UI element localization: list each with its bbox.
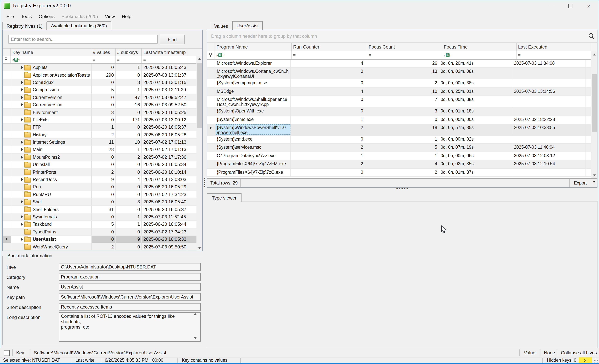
grid-scroll-thumb[interactable] — [592, 74, 597, 132]
grid-header-last-executed[interactable]: Last Executed — [517, 43, 591, 51]
grid-row[interactable]: Microsoft.Windows.ShellExperienceHost_cw… — [207, 96, 592, 107]
tree-row[interactable]: CurrentVersion0162025-07-03 09:52:50 — [3, 101, 196, 109]
menu-options[interactable]: Options — [35, 14, 58, 19]
program-name-cell[interactable]: {System}\WindowsPowerShell\v1.0\powershe… — [215, 124, 291, 135]
tree-row[interactable]: Uninstall002025-06-20 16:05:34 — [3, 161, 196, 169]
category-field[interactable]: Program execution — [59, 273, 201, 281]
tree-row[interactable]: Compression512025-07-03 12:11:29 — [3, 86, 196, 94]
tree-filter-lastwrite[interactable]: = — [142, 56, 188, 63]
collapse-all-hives-button[interactable]: Collapse all hives — [561, 350, 597, 355]
key-name-cell[interactable]: Environment — [11, 109, 91, 116]
find-button[interactable]: Find — [160, 35, 185, 44]
expand-arrow-icon[interactable] — [21, 238, 23, 241]
key-name-cell[interactable]: History — [11, 131, 91, 138]
tree-header-values[interactable]: # values — [91, 49, 115, 56]
key-name-cell[interactable]: MountPoints2 — [11, 153, 91, 161]
grid-row[interactable]: MSEdge4100d, 0h, 25m, 01s2025-07-03 13:1… — [207, 88, 592, 96]
expand-arrow-icon[interactable] — [21, 178, 23, 181]
key-name-cell[interactable]: Run — [11, 184, 91, 191]
key-name-cell[interactable]: Shell — [11, 198, 91, 205]
long-description-field[interactable]: Contains a list of ROT-13 encoded values… — [59, 312, 201, 342]
grid-row[interactable]: C:\ProgramData\sync\7zz.exe110d, 0h, 00m… — [207, 152, 592, 160]
key-path-field[interactable]: Software\Microsoft\Windows\CurrentVersio… — [59, 293, 201, 301]
grid-scroll-up-icon[interactable] — [591, 51, 597, 57]
grid-row[interactable]: {ProgramFilesX64}\7-Zip\7zFM.exe240d, 0h… — [207, 160, 592, 169]
tab-available-bookmarks[interactable]: Available bookmarks (26/0) — [47, 21, 111, 30]
export-button[interactable]: Export — [574, 181, 587, 185]
key-name-cell[interactable]: FTP — [11, 124, 91, 131]
expand-arrow-icon[interactable] — [21, 81, 23, 84]
help-button[interactable]: ? — [593, 181, 595, 185]
tree-row[interactable]: Shell Folders3102025-06-20 16:05:37 — [3, 206, 196, 213]
tab-values[interactable]: Values — [210, 22, 232, 30]
grid-filter-focus-count[interactable]: = — [367, 51, 442, 59]
program-name-cell[interactable]: {ProgramFilesX64}\7-Zip\7zG.exe — [215, 169, 291, 177]
program-name-cell[interactable]: {System}\cmd.exe — [215, 136, 291, 143]
key-name-cell[interactable]: ApplicationAssociationToasts — [11, 71, 91, 79]
tab-registry-hives[interactable]: Registry hives (1) — [2, 22, 47, 30]
grid-row[interactable]: {System}\cmd.exe010d, 0h, 00m, 02s — [207, 136, 592, 144]
expand-arrow-icon[interactable] — [21, 156, 23, 159]
grid-row[interactable]: {System}\mmc.exe100d, 0h, 00m, 00s2025-0… — [207, 116, 592, 124]
grid-filter-focus-time[interactable]: aBc — [442, 51, 517, 59]
key-checkbox[interactable] — [4, 350, 10, 356]
program-name-cell[interactable]: MSEdge — [215, 88, 291, 96]
grid-header-focus-time[interactable]: Focus Time — [442, 43, 517, 51]
key-name-cell[interactable]: Uninstall — [11, 161, 91, 168]
tree-row[interactable]: History202025-06-20 16:05:28 — [3, 131, 196, 139]
tree-scrollbar[interactable] — [196, 56, 202, 251]
tree-row[interactable]: ApplicationAssociationToasts29002025-07-… — [3, 71, 196, 79]
program-name-cell[interactable]: Microsoft.Windows.Explorer — [215, 60, 291, 68]
expand-arrow-icon[interactable] — [21, 89, 23, 91]
tree-row[interactable]: ComDlg32032025-07-03 13:01:15 — [3, 79, 196, 87]
tree-header-keyname[interactable]: Key name — [11, 49, 91, 56]
tree-row[interactable]: Applets012025-06-20 16:05:43 — [3, 64, 196, 71]
grid-row[interactable]: {System}\services.msc250d, 0h, 07m, 19s2… — [207, 144, 592, 152]
grid-row[interactable]: {System}\OpenWith.exe030d, 0h, 01m, 18s — [207, 107, 592, 116]
tree-row[interactable]: FileExts01712025-07-03 13:00:12 — [3, 116, 196, 124]
grid-scroll-down-icon[interactable] — [591, 172, 597, 178]
menu-view[interactable]: View — [102, 14, 118, 19]
tree-row[interactable]: Shell032025-06-20 16:05:40 — [3, 198, 196, 206]
tree-row[interactable]: UserAssist092025-06-20 16:05:33 — [3, 236, 196, 243]
program-name-cell[interactable]: {System}\services.msc — [215, 144, 291, 152]
tree-filter-values[interactable]: = — [91, 56, 115, 63]
grid-row[interactable]: {System}\compmgmt.msc020d, 0h, 00m, 38s — [207, 80, 592, 88]
program-name-cell[interactable]: {ProgramFilesX64}\7-Zip\7zFM.exe — [215, 160, 291, 168]
menu-tools[interactable]: Tools — [18, 14, 35, 19]
tree-row[interactable]: Main2812025-07-02 17:01:13 — [3, 146, 196, 154]
key-name-cell[interactable]: WordWheelQuery — [11, 243, 91, 250]
horizontal-splitter-handle[interactable]: ••••• — [387, 187, 418, 190]
key-name-cell[interactable]: PrinterPorts — [11, 169, 91, 176]
minimize-button[interactable] — [543, 0, 561, 12]
short-description-field[interactable]: Recently accessed items — [59, 303, 201, 311]
tree-header-subkeys[interactable]: # subkeys — [115, 49, 142, 56]
search-input[interactable] — [9, 35, 158, 44]
grid-header-program[interactable]: Program Name — [215, 43, 292, 51]
expand-arrow-icon[interactable] — [21, 200, 23, 203]
tree-filter-subkeys[interactable]: = — [115, 56, 142, 63]
key-name-cell[interactable]: Taskband — [11, 221, 91, 228]
key-name-cell[interactable]: CurrentVersion — [11, 94, 91, 101]
program-name-cell[interactable]: C:\ProgramData\sync\7zz.exe — [215, 152, 291, 160]
program-name-cell[interactable]: {System}\OpenWith.exe — [215, 107, 291, 115]
menu-help[interactable]: Help — [118, 14, 135, 19]
key-name-cell[interactable]: ComDlg32 — [11, 79, 91, 86]
maximize-button[interactable] — [561, 0, 579, 12]
group-by-area[interactable]: Drag a column header here to group by th… — [207, 30, 597, 43]
grid-header-focus-count[interactable]: Focus Count — [367, 43, 442, 51]
program-name-cell[interactable]: {System}\compmgmt.msc — [215, 80, 291, 88]
tree-row[interactable]: Run002025-06-20 16:05:29 — [3, 184, 196, 191]
tree-row[interactable]: MountPoints2022025-07-02 17:17:36 — [3, 153, 196, 161]
expand-arrow-icon[interactable] — [21, 215, 23, 218]
expand-arrow-icon[interactable] — [21, 66, 23, 69]
tree-row[interactable]: RunMRU002025-07-02 17:34:23 — [3, 191, 196, 198]
tree-scroll-thumb[interactable] — [197, 63, 202, 128]
grid-row[interactable]: Microsoft.Windows.Explorer4260d, 0h, 20m… — [207, 60, 592, 68]
menu-bookmarks[interactable]: Bookmarks (26/0) — [58, 14, 101, 19]
key-name-cell[interactable]: Applets — [11, 64, 91, 71]
tree-row[interactable]: Environment302025-06-20 16:05:25 — [3, 109, 196, 116]
grid-filter-program[interactable]: aBc — [215, 51, 292, 59]
grid-filter-run[interactable]: = — [292, 51, 367, 59]
key-name-cell[interactable]: Internet Settings — [11, 139, 91, 146]
